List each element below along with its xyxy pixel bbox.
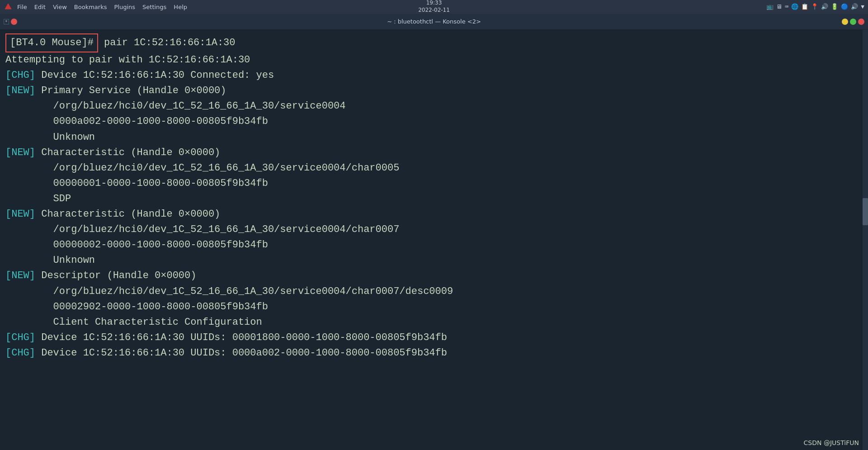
terminal-line: [CHG] Device 1C:52:16:66:1A:30 Connected… (5, 68, 863, 83)
tray-icon-9: 🔵 (841, 3, 848, 10)
terminal-line: 0000a002-0000-1000-8000-00805f9b34fb (5, 114, 863, 129)
menu-bookmarks[interactable]: Bookmarks (74, 4, 107, 10)
tray-icon-3: ⌨ (785, 3, 788, 10)
command-text: pair 1C:52:16:66:1A:30 (98, 35, 236, 51)
tray-icon-1: 📺 (766, 3, 774, 10)
terminal-line: [CHG] Device 1C:52:16:66:1A:30 UUIDs: 00… (5, 330, 863, 346)
command-line: [BT4.0 Mouse]# pair 1C:52:16:66:1A:30 (5, 33, 863, 52)
terminal-line: [CHG] Device 1C:52:16:66:1A:30 UUIDs: 00… (5, 346, 863, 361)
terminal-line: Client Characteristic Configuration (5, 315, 863, 330)
menu-items: File Edit View Bookmarks Plugins Setting… (17, 4, 766, 10)
terminal-line: Unknown (5, 253, 863, 268)
app-icon (4, 2, 13, 11)
clock-time: 19:33 (418, 0, 450, 7)
tray-chevron[interactable]: ▼ (861, 4, 864, 10)
menu-plugins[interactable]: Plugins (114, 4, 135, 10)
terminal-line: 00000001-0000-1000-8000-00805f9b34fb (5, 176, 863, 191)
menu-settings[interactable]: Settings (142, 4, 166, 10)
terminal-line: [NEW] Primary Service (Handle 0×0000) (5, 83, 863, 99)
tray-icon-4: 🌐 (791, 3, 798, 10)
window-controls-right (842, 19, 864, 25)
terminal-line: /org/bluez/hci0/dev_1C_52_16_66_1A_30/se… (5, 222, 863, 237)
terminal-line: /org/bluez/hci0/dev_1C_52_16_66_1A_30/se… (5, 284, 863, 299)
svg-marker-0 (5, 4, 11, 9)
terminal-line: [NEW] Characteristic (Handle 0×0000) (5, 207, 863, 222)
watermark: CSDN @JUSTiFUN (804, 439, 859, 446)
terminal: [BT4.0 Mouse]# pair 1C:52:16:66:1A:30 At… (0, 30, 868, 450)
terminal-output: Attempting to pair with 1C:52:16:66:1A:3… (5, 52, 863, 361)
scrollbar[interactable] (863, 30, 868, 450)
terminal-line: 00002902-0000-1000-8000-00805f9b34fb (5, 299, 863, 315)
close-button-right[interactable] (858, 19, 864, 25)
window-title: ~ : bluetoothctl — Konsole <2> (387, 18, 481, 25)
tray-icon-10: 🔊 (851, 3, 858, 10)
terminal-line: Unknown (5, 130, 863, 145)
prompt-box: [BT4.0 Mouse]# (5, 33, 98, 52)
close-button-left[interactable] (11, 19, 17, 25)
minimize-button[interactable] (842, 19, 848, 25)
tray-icon-2: 🖥 (776, 4, 782, 10)
terminal-line: 00000002-0000-1000-8000-00805f9b34fb (5, 237, 863, 253)
terminal-line: [NEW] Characteristic (Handle 0×0000) (5, 145, 863, 161)
tray-icon-6: 📍 (811, 3, 818, 10)
menu-edit[interactable]: Edit (34, 4, 46, 10)
menu-help[interactable]: Help (174, 4, 187, 10)
terminal-line: /org/bluez/hci0/dev_1C_52_16_66_1A_30/se… (5, 99, 863, 114)
terminal-line: SDP (5, 191, 863, 207)
tray-icon-8: 🔋 (831, 3, 838, 10)
clock: 19:33 2022-02-11 (418, 0, 450, 14)
tray-icon-5: 📋 (801, 3, 808, 10)
terminal-line: [NEW] Descriptor (Handle 0×0000) (5, 268, 863, 284)
titlebar: + ~ : bluetoothctl — Konsole <2> (0, 14, 868, 30)
tray-icon-7: 🔊 (821, 3, 828, 10)
terminal-line: /org/bluez/hci0/dev_1C_52_16_66_1A_30/se… (5, 161, 863, 176)
menu-file[interactable]: File (17, 4, 27, 10)
system-tray: 📺 🖥 ⌨ 🌐 📋 📍 🔊 🔋 🔵 🔊 ▼ (766, 3, 864, 10)
terminal-line: Attempting to pair with 1C:52:16:66:1A:3… (5, 52, 863, 68)
clock-date: 2022-02-11 (418, 7, 450, 14)
menubar: File Edit View Bookmarks Plugins Setting… (0, 0, 868, 14)
menu-view[interactable]: View (53, 4, 67, 10)
scrollbar-thumb[interactable] (863, 198, 868, 225)
maximize-button[interactable] (850, 19, 856, 25)
new-tab-button[interactable]: + (4, 19, 9, 24)
window-controls-left: + (4, 19, 17, 25)
